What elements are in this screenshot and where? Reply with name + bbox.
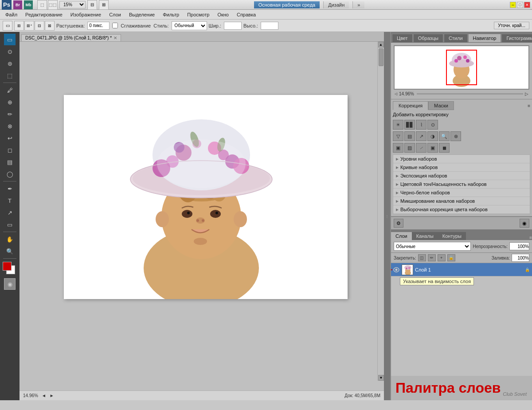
tool-clone[interactable]: ⊗ <box>4 120 16 132</box>
layer-1-eye[interactable] <box>393 266 400 273</box>
menu-filter[interactable]: Фильтр <box>159 11 183 18</box>
canvas-scroll-area[interactable]: ▲ ▼ <box>20 42 384 390</box>
lock-position-btn[interactable]: + <box>438 254 446 261</box>
menu-file[interactable]: Файл <box>2 11 21 18</box>
mini-tool-1[interactable]: ⬚ <box>37 0 47 10</box>
tool-crop[interactable]: ⬚ <box>4 70 16 81</box>
zoom-out-icon[interactable]: ◁ <box>395 92 397 96</box>
layers-menu-btn[interactable]: ≡ <box>529 235 532 240</box>
corr-posterize-icon[interactable]: ⊗ <box>450 131 461 141</box>
doc-close-icon[interactable]: ✕ <box>113 35 117 40</box>
menu-help[interactable]: Справка <box>233 11 259 18</box>
tab-correction[interactable]: Коррекция <box>393 101 428 110</box>
corr-gradient-map-icon[interactable]: ⟋ <box>416 143 426 153</box>
intersect-sel-icon[interactable]: ⊠ <box>45 21 55 31</box>
adj-item-bw[interactable]: ▶ Черно-белое наборов <box>393 189 530 197</box>
menu-window[interactable]: Окно <box>214 11 232 18</box>
corr-bw-icon[interactable]: ▤ <box>404 131 415 141</box>
tab-histogram[interactable]: Гистограмма <box>501 34 532 42</box>
lock-all-btn[interactable]: 🔒 <box>447 254 455 261</box>
corr-levels-icon[interactable]: ▊▊ <box>404 120 415 130</box>
nav-zoom-slider[interactable] <box>417 93 523 95</box>
adj-item-hue[interactable]: ▶ Цветовой тон/Насыщенность наборов <box>393 180 530 189</box>
correction-menu-btn[interactable]: ≡ <box>528 101 530 110</box>
close-button[interactable]: ✕ <box>524 2 530 8</box>
tool-shape[interactable]: ▭ <box>4 219 16 230</box>
corr-brightness-icon[interactable]: ☀ <box>393 120 403 130</box>
adj-item-levels[interactable]: ▶ Уровни наборов <box>393 155 530 163</box>
adj-item-exposure[interactable]: ▶ Экспозиция наборов <box>393 172 530 180</box>
layer-row-1[interactable]: Слой 1 🔒 <box>391 263 532 276</box>
zoom-in-icon[interactable]: ▷ <box>525 91 528 96</box>
corr-solid-color-icon[interactable]: ▣ <box>427 143 438 153</box>
mini-tool-2[interactable]: ⬚⬚ <box>48 0 58 10</box>
design-button[interactable]: Дизайн <box>323 1 349 8</box>
opacity-input[interactable] <box>509 242 529 250</box>
tool-hand[interactable]: ✋ <box>4 233 16 245</box>
lock-paint-btn[interactable]: ✏ <box>428 254 436 261</box>
menu-layers[interactable]: Слои <box>106 11 125 18</box>
smooth-checkbox[interactable] <box>112 23 118 28</box>
tool-pen[interactable]: ✒ <box>4 183 16 194</box>
view-toggle[interactable]: ⊟ <box>87 0 97 10</box>
corr-pattern-icon[interactable]: ◼ <box>439 143 450 153</box>
adj-item-selective[interactable]: ▶ Выборочная коррекция цвета наборов <box>393 205 530 214</box>
adj-item-curves[interactable]: ▶ Кривые наборов <box>393 163 530 172</box>
blend-mode-dropdown[interactable]: Обычные <box>394 242 471 251</box>
height-input[interactable] <box>261 22 278 30</box>
expand-button[interactable]: » <box>352 1 364 8</box>
tool-path-select[interactable]: ↗ <box>4 207 16 218</box>
tool-dodge[interactable]: ◯ <box>4 168 16 180</box>
panel-icon-1[interactable]: ⚙ <box>394 219 403 228</box>
minimize-button[interactable]: – <box>510 2 516 8</box>
corr-photo-filter-icon[interactable]: ↗ <box>416 131 426 141</box>
corr-curves-icon[interactable]: ⌇ <box>416 120 426 130</box>
fill-input[interactable] <box>512 254 529 262</box>
foreground-color[interactable] <box>3 262 12 271</box>
tool-history-brush[interactable]: ↩ <box>4 132 16 144</box>
tool-type[interactable]: T <box>4 195 16 206</box>
tool-quick-mask[interactable]: ◉ <box>4 278 16 290</box>
feather-input[interactable] <box>87 22 110 30</box>
status-next-btn[interactable]: ► <box>50 393 54 398</box>
tab-color[interactable]: Цвет <box>392 34 413 42</box>
corr-hue-icon[interactable]: ▽ <box>393 131 403 141</box>
tab-layers[interactable]: Слои <box>391 232 412 240</box>
tab-samples[interactable]: Образцы <box>413 34 443 42</box>
status-prev-btn[interactable]: ◄ <box>42 393 46 398</box>
panel-icon-2[interactable]: ◉ <box>520 219 529 228</box>
doc-tab-active[interactable]: DSC_0471.JPG @ 15% (Слой 1, RGB/8*) * ✕ <box>21 34 121 41</box>
menu-view[interactable]: Просмотр <box>184 11 213 18</box>
corr-selective-icon[interactable]: ▨ <box>404 143 415 153</box>
tool-spot-heal[interactable]: ⊕ <box>4 96 16 108</box>
tab-paths[interactable]: Контуры <box>438 232 466 240</box>
tab-channels[interactable]: Каналы <box>412 232 438 240</box>
zoom-dropdown[interactable]: 15% <box>59 1 86 8</box>
tool-marquee[interactable]: ▭ <box>4 34 16 45</box>
tab-styles[interactable]: Стили <box>444 34 468 42</box>
menu-select[interactable]: Выделение <box>125 11 158 18</box>
view-mode[interactable]: ⊞ <box>99 0 109 10</box>
tool-zoom[interactable]: 🔍 <box>4 245 16 257</box>
maximize-button[interactable]: □ <box>517 2 523 8</box>
width-input[interactable] <box>224 22 242 30</box>
tool-eyedropper[interactable]: 🖉 <box>4 84 16 96</box>
workspace-button[interactable]: Основная рабочая среда <box>254 1 320 8</box>
v-scrollbar[interactable]: ▲ ▼ <box>377 42 384 381</box>
style-dropdown[interactable]: Обычный <box>172 21 207 30</box>
tool-brush[interactable]: ✏ <box>4 108 16 120</box>
sub-sel-icon[interactable]: ⊟ <box>35 21 44 31</box>
lock-transparency-btn[interactable]: ◫ <box>418 254 426 261</box>
corr-channel-mix-icon[interactable]: ◑ <box>427 131 438 141</box>
new-sel-icon[interactable]: ⊞ <box>14 21 24 31</box>
corr-exposure-icon[interactable]: ⊙ <box>427 120 438 130</box>
selection-tool-icon[interactable]: ▭ <box>3 21 12 31</box>
refine-edge-button[interactable]: Уточн. край... <box>494 22 529 29</box>
tab-masks[interactable]: Маски <box>428 101 454 110</box>
tool-lasso[interactable]: ⊙ <box>4 46 16 57</box>
corr-threshold-icon[interactable]: ▣ <box>393 143 403 153</box>
menu-image[interactable]: Изображение <box>67 11 105 18</box>
menu-edit[interactable]: Редактирование <box>22 11 66 18</box>
tool-gradient[interactable]: ▤ <box>4 156 16 168</box>
tab-navigator[interactable]: Навигатор <box>468 34 501 42</box>
